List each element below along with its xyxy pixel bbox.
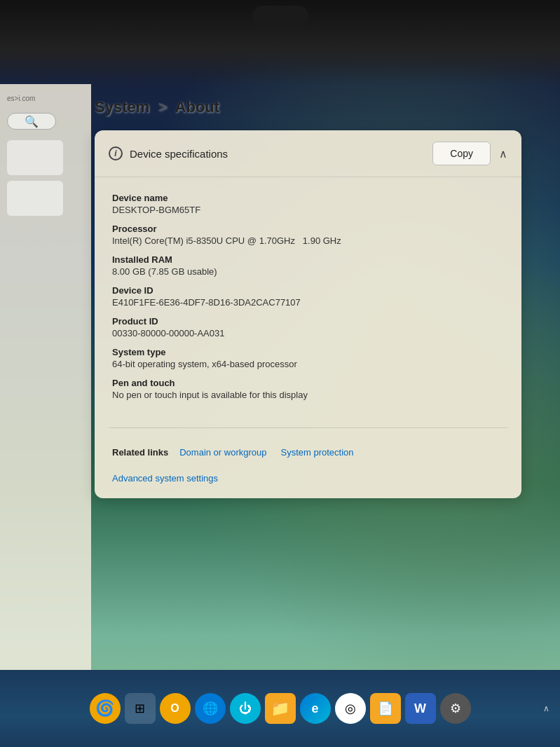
spec-value-device-id: E410F1FE-6E36-4DF7-8D16-3DA2CAC77107 (112, 297, 504, 308)
spec-value-system-type: 64-bit operating system, x64-based proce… (112, 359, 504, 369)
info-icon: i (109, 146, 123, 160)
files-taskbar-icon[interactable]: 📄 (370, 693, 401, 724)
breadcrumb: System > About (95, 98, 521, 116)
settings-sidebar: es>i.com 🔍 (0, 84, 91, 670)
spec-label-pen-touch: Pen and touch (112, 378, 504, 388)
copy-button[interactable]: Copy (432, 142, 491, 165)
spec-label-ram: Installed RAM (112, 254, 504, 265)
spec-value-device-name: DESKTOP-BGM65TF (112, 205, 504, 215)
outlook-taskbar-icon[interactable]: O (160, 693, 191, 724)
word-taskbar-icon[interactable]: W (405, 693, 436, 724)
spec-header-right: Copy ∧ (432, 142, 507, 165)
spec-row-pen-touch: Pen and touch No pen or touch input is a… (112, 378, 504, 400)
chrome-taskbar-icon[interactable]: ◎ (335, 693, 366, 724)
spec-value-processor: Intel(R) Core(TM) i5-8350U CPU @ 1.70GHz… (112, 235, 504, 246)
spec-row-product-id: Product ID 00330-80000-00000-AA031 (112, 316, 504, 338)
spec-label-device-id: Device ID (112, 285, 504, 296)
spec-row-system-type: System type 64-bit operating system, x64… (112, 347, 504, 369)
taskbar: 🌀 ⊞ O 🌐 ⏻ 📁 e ◎ 📄 W ⚙ ∧ (0, 670, 560, 747)
spec-section-title: Device specifications (130, 148, 228, 160)
related-links-section: Related links Domain or workgroup System… (95, 439, 521, 472)
breadcrumb-parent[interactable]: System (95, 98, 149, 116)
spec-label-device-name: Device name (112, 193, 504, 203)
spec-value-ram: 8.00 GB (7.85 GB usable) (112, 266, 504, 277)
widgets-taskbar-icon[interactable]: 🌀 (90, 693, 121, 724)
spec-row-device-name: Device name DESKTOP-BGM65TF (112, 193, 504, 215)
device-specs-panel: i Device specifications Copy ∧ Device na… (95, 130, 521, 498)
network-taskbar-icon[interactable]: 🌐 (195, 693, 226, 724)
related-links-label: Related links (112, 447, 168, 458)
folder-taskbar-icon[interactable]: 📁 (265, 693, 296, 724)
panel-divider (109, 427, 507, 428)
power-taskbar-icon[interactable]: ⏻ (230, 693, 261, 724)
collapse-icon[interactable]: ∧ (499, 147, 507, 160)
breadcrumb-separator: > (158, 98, 167, 116)
spec-content: Device name DESKTOP-BGM65TF Processor In… (95, 177, 521, 417)
breadcrumb-current: About (175, 98, 220, 116)
spec-label-product-id: Product ID (112, 316, 504, 327)
system-protection-link[interactable]: System protection (280, 447, 353, 458)
sidebar-nav-item-1[interactable] (7, 140, 63, 175)
spec-header: i Device specifications Copy ∧ (95, 130, 521, 177)
domain-workgroup-link[interactable]: Domain or workgroup (179, 447, 266, 458)
spec-header-left: i Device specifications (109, 146, 228, 160)
edge-taskbar-icon[interactable]: e (300, 693, 331, 724)
spec-label-processor: Processor (112, 224, 504, 234)
settings-taskbar-icon[interactable]: ⚙ (440, 693, 471, 724)
camera-notch (252, 6, 308, 27)
spec-value-product-id: 00330-80000-00000-AA031 (112, 328, 504, 338)
advanced-system-settings-link[interactable]: Advanced system settings (112, 473, 218, 484)
sidebar-logo: es>i.com (7, 95, 84, 102)
top-bezel (0, 0, 560, 84)
main-content: System > About i Device specifications C… (84, 84, 532, 670)
sidebar-nav-item-2[interactable] (7, 181, 63, 216)
search-icon: 🔍 (25, 115, 39, 128)
taskbar-overflow-arrow[interactable]: ∧ (543, 704, 549, 713)
windows-start-taskbar-icon[interactable]: ⊞ (125, 693, 156, 724)
spec-value-pen-touch: No pen or touch input is available for t… (112, 390, 504, 400)
spec-label-system-type: System type (112, 347, 504, 357)
spec-row-ram: Installed RAM 8.00 GB (7.85 GB usable) (112, 254, 504, 277)
spec-row-processor: Processor Intel(R) Core(TM) i5-8350U CPU… (112, 224, 504, 246)
sidebar-search[interactable]: 🔍 (7, 113, 56, 130)
spec-row-device-id: Device ID E410F1FE-6E36-4DF7-8D16-3DA2CA… (112, 285, 504, 308)
advanced-link-row: Advanced system settings (95, 472, 521, 498)
